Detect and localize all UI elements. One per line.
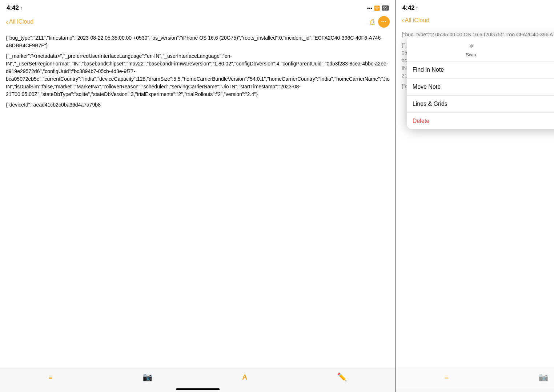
- note-text-3: {"deviceId":"aead41cb2c0ba36d4a7a79b8: [6, 101, 390, 109]
- battery-badge-1: 59: [382, 5, 389, 11]
- bottom-toolbar-2: ≡ 📷 A ✏️: [396, 368, 554, 389]
- status-time-1: 4:42 ↑: [7, 4, 23, 12]
- format-icon-1[interactable]: A: [242, 373, 247, 381]
- menu-scan-item[interactable]: ⌖ Scan: [466, 41, 476, 57]
- share-icon-1[interactable]: ⎙: [370, 18, 374, 26]
- list-icon-2[interactable]: ≡: [444, 373, 449, 381]
- compose-icon-1[interactable]: ✏️: [337, 372, 347, 382]
- location-icon-2: ↑: [416, 5, 418, 11]
- nav-actions-1: ⎙ ···: [370, 16, 390, 28]
- phone-panel-1: 4:42 ↑ ▪▪▪ 🛜 59 ‹ All iCloud ⎙ ··· {"bug…: [0, 0, 396, 392]
- status-bar-1: 4:42 ↑ ▪▪▪ 🛜 59: [0, 0, 396, 14]
- bottom-toolbar-1: ≡ 📷 A ✏️: [0, 368, 396, 389]
- nav-back-2[interactable]: ‹ All iCloud: [402, 16, 429, 24]
- menu-lines-row[interactable]: Lines & Grids ⊞: [407, 96, 554, 113]
- menu-move-row[interactable]: Move Note ☐: [407, 79, 554, 96]
- move-note-label: Move Note: [413, 84, 441, 90]
- status-icons-1: ▪▪▪ 🛜 59: [367, 5, 389, 11]
- signal-bars-1: ▪▪▪: [367, 5, 372, 11]
- back-chevron-icon-2: ‹: [402, 16, 404, 24]
- lines-grids-label: Lines & Grids: [413, 101, 447, 107]
- note-content-1: {"bug_type":"211","timestamp":"2023-08-2…: [0, 31, 396, 368]
- delete-label: Delete: [413, 118, 429, 124]
- scan-label: Scan: [466, 52, 476, 57]
- menu-find-row[interactable]: Find in Note 🔍: [407, 61, 554, 79]
- home-indicator-2: [396, 389, 554, 392]
- more-button-1[interactable]: ···: [378, 16, 390, 28]
- menu-top-row: ⌖ Scan 📌 Pin 🔒 Lock: [407, 36, 554, 61]
- wifi-icon-1: 🛜: [374, 5, 380, 11]
- nav-back-label-2[interactable]: All iCloud: [405, 17, 429, 24]
- find-in-note-label: Find in Note: [413, 67, 554, 73]
- nav-bar-2: ‹ All iCloud ⎙: [396, 14, 554, 27]
- camera-icon-1[interactable]: 📷: [142, 372, 152, 382]
- context-menu: ⌖ Scan 📌 Pin 🔒 Lock Find in Note 🔍 Move …: [407, 36, 554, 129]
- location-icon-1: ↑: [20, 5, 23, 11]
- nav-back-1[interactable]: ‹ All iCloud: [6, 18, 33, 26]
- camera-icon-2[interactable]: 📷: [538, 372, 548, 382]
- back-chevron-icon-1: ‹: [6, 18, 8, 26]
- home-indicator-1: [0, 389, 396, 392]
- note-text-1: {"bug_type":"211","timestamp":"2023-08-2…: [6, 34, 390, 49]
- nav-bar-1: ‹ All iCloud ⎙ ···: [0, 14, 396, 31]
- scan-icon: ⌖: [469, 41, 473, 51]
- home-bar-1: [176, 388, 220, 390]
- status-bar-2: 4:42 ↑ ▪▪▪ 🛜 59: [396, 0, 554, 14]
- menu-delete-row[interactable]: Delete 🗑: [407, 113, 554, 129]
- status-time-2: 4:42 ↑: [402, 4, 418, 12]
- phone-panel-2: 4:42 ↑ ▪▪▪ 🛜 59 ‹ All iCloud ⎙ {"bug_typ…: [396, 0, 554, 392]
- list-icon-1[interactable]: ≡: [48, 373, 53, 381]
- note-text-2: {"_marker":"<metadata>","_preferredUserI…: [6, 52, 390, 98]
- nav-back-label-1[interactable]: All iCloud: [9, 19, 34, 25]
